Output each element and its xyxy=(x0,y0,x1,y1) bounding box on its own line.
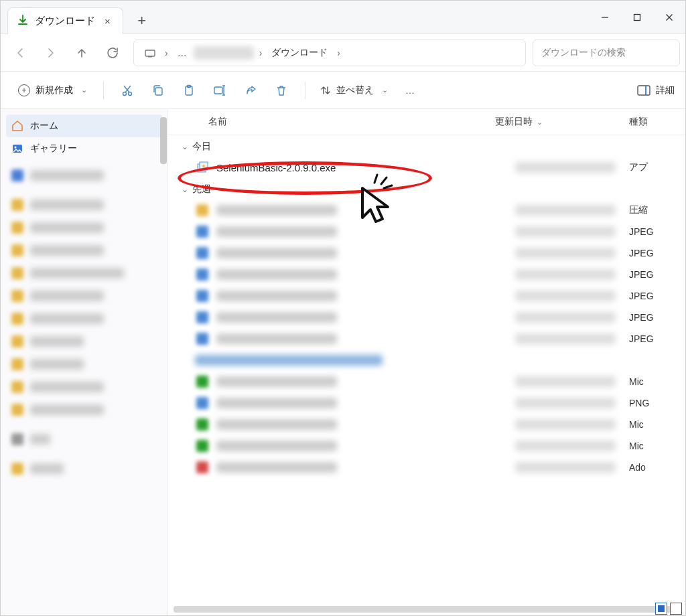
more-button[interactable]: … xyxy=(396,85,424,96)
sidebar-item-blurred[interactable] xyxy=(1,398,167,421)
file-icon-blurred xyxy=(195,268,210,281)
file-name-blurred xyxy=(216,462,515,473)
file-icon-blurred xyxy=(195,332,210,345)
new-item-label: 新規作成 xyxy=(36,84,73,96)
navigation-bar: › … › ダウンロード › ダウンロードの検索 xyxy=(1,34,685,72)
view-large-icon[interactable] xyxy=(670,603,682,615)
cut-button[interactable] xyxy=(113,76,141,104)
sidebar-item-blurred[interactable] xyxy=(1,194,167,216)
share-button[interactable] xyxy=(236,76,265,104)
back-button[interactable] xyxy=(6,39,34,67)
svg-point-7 xyxy=(129,92,132,95)
file-row-blurred[interactable]: Mic xyxy=(168,414,685,435)
file-row-blurred[interactable]: JPEG xyxy=(168,328,685,350)
file-name-blurred xyxy=(216,312,515,323)
rename-button[interactable] xyxy=(206,76,234,104)
sidebar-item-blurred[interactable] xyxy=(1,376,167,398)
sidebar-item-blurred[interactable] xyxy=(1,216,167,239)
new-tab-button[interactable]: + xyxy=(129,7,155,34)
view-details-icon[interactable] xyxy=(655,603,667,615)
file-type: Ado xyxy=(629,462,669,473)
file-name: SeleniumBasic-2.0.9.0.exe xyxy=(216,162,515,173)
copy-button[interactable] xyxy=(144,76,172,104)
sidebar-scrollbar[interactable] xyxy=(160,117,167,164)
sidebar-item-blurred[interactable] xyxy=(1,307,167,330)
group-header-today[interactable]: ⌄ 今日 xyxy=(168,135,685,157)
minimize-button[interactable] xyxy=(589,1,621,33)
toolbar: + 新規作成 ⌄ 並べ替え ⌄ … 詳細 xyxy=(1,72,685,109)
sidebar-item-blurred[interactable] xyxy=(1,285,167,307)
forward-button[interactable] xyxy=(37,39,65,67)
breadcrumb-ellipsis[interactable]: … xyxy=(174,45,191,61)
horizontal-scrollbar[interactable] xyxy=(174,606,680,613)
sidebar-item-blurred[interactable] xyxy=(1,239,167,262)
tab-close-button[interactable]: × xyxy=(102,15,113,27)
file-row-blurred[interactable]: JPEG xyxy=(168,242,685,264)
sidebar-item-blurred[interactable] xyxy=(1,262,167,285)
details-icon xyxy=(637,85,650,96)
column-header-type[interactable]: 種類 xyxy=(629,116,669,128)
file-type: 圧縮 xyxy=(629,204,669,216)
group-header-lastweek[interactable]: ⌄ 先週 xyxy=(168,178,685,200)
file-icon-blurred xyxy=(195,204,210,217)
file-row-seleniumbasic[interactable]: SeleniumBasic-2.0.9.0.exe アプ xyxy=(168,157,685,178)
breadcrumb-root-icon[interactable] xyxy=(141,46,159,60)
file-icon-blurred xyxy=(195,225,210,238)
sidebar-item-blurred[interactable] xyxy=(1,428,167,451)
file-row-blurred[interactable]: Mic xyxy=(168,435,685,457)
details-label: 詳細 xyxy=(656,84,675,96)
sidebar-item-blurred[interactable] xyxy=(1,164,167,187)
maximize-button[interactable] xyxy=(621,1,653,33)
close-button[interactable] xyxy=(653,1,685,33)
file-listing: 名前 更新日時 ⌄ 種類 ⌄ 今日 SeleniumBasic-2.0.9.0.… xyxy=(168,109,685,615)
tab-downloads[interactable]: ダウンロード × xyxy=(7,7,123,34)
file-row-blurred[interactable]: JPEG xyxy=(168,264,685,285)
details-pane-button[interactable]: 詳細 xyxy=(637,84,675,96)
file-name-blurred xyxy=(216,291,515,301)
file-icon-blurred xyxy=(195,375,210,388)
file-row-blurred[interactable]: PNG xyxy=(168,392,685,414)
file-date-blurred xyxy=(515,333,616,344)
file-row-blurred[interactable]: JPEG xyxy=(168,221,685,242)
up-button[interactable] xyxy=(68,39,96,67)
show-more-link-blurred[interactable] xyxy=(195,355,383,366)
paste-button[interactable] xyxy=(175,76,203,104)
sidebar-item-blurred[interactable] xyxy=(1,353,167,376)
column-header-modified[interactable]: 更新日時 ⌄ xyxy=(495,116,629,128)
file-row-blurred[interactable]: Mic xyxy=(168,371,685,392)
breadcrumb-current[interactable]: ダウンロード xyxy=(267,44,332,62)
window-controls xyxy=(589,1,685,33)
file-row-blurred[interactable]: JPEG xyxy=(168,285,685,307)
file-date-blurred xyxy=(515,226,616,237)
file-icon-blurred xyxy=(195,311,210,324)
file-name-blurred xyxy=(216,376,515,387)
search-input[interactable]: ダウンロードの検索 xyxy=(533,40,680,66)
refresh-button[interactable] xyxy=(98,39,127,67)
sidebar-item-home[interactable]: ホーム xyxy=(6,114,162,137)
file-name-blurred xyxy=(216,226,515,237)
svg-point-15 xyxy=(15,147,17,149)
chevron-down-icon: ⌄ xyxy=(182,185,188,194)
file-date-blurred xyxy=(515,462,616,473)
file-row-blurred[interactable]: 圧縮 xyxy=(168,200,685,221)
file-date-blurred xyxy=(515,269,616,280)
sort-button[interactable]: 並べ替え ⌄ xyxy=(315,82,393,99)
sort-label: 並べ替え xyxy=(336,84,374,96)
file-row-blurred[interactable]: JPEG xyxy=(168,307,685,328)
search-placeholder: ダウンロードの検索 xyxy=(541,47,626,59)
file-icon-blurred xyxy=(195,418,210,431)
file-date-blurred xyxy=(515,419,616,430)
sidebar-item-blurred[interactable] xyxy=(1,330,167,353)
file-type: JPEG xyxy=(629,333,669,344)
column-header-row: 名前 更新日時 ⌄ 種類 xyxy=(168,109,685,135)
tab-strip: ダウンロード × + xyxy=(1,1,589,33)
group-today-label: 今日 xyxy=(192,141,211,153)
sidebar-item-blurred[interactable] xyxy=(1,457,167,480)
file-row-blurred[interactable]: Ado xyxy=(168,457,685,478)
new-item-button[interactable]: + 新規作成 ⌄ xyxy=(11,80,94,100)
sidebar-item-gallery[interactable]: ギャラリー xyxy=(1,137,167,160)
column-header-name[interactable]: 名前 xyxy=(208,116,495,128)
download-arrow-icon xyxy=(17,15,28,27)
breadcrumb[interactable]: › … › ダウンロード › xyxy=(133,40,526,66)
delete-button[interactable] xyxy=(267,76,295,104)
